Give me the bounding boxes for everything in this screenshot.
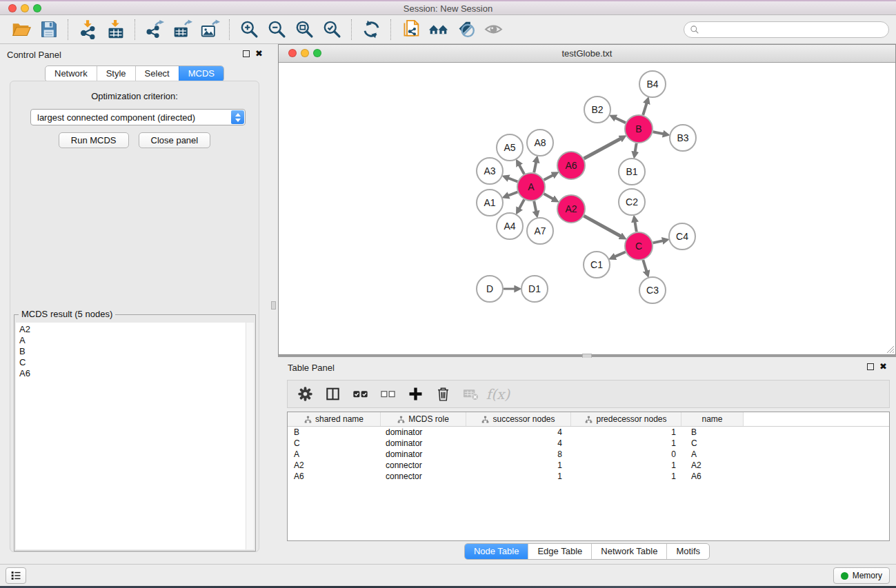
graph-node-B4[interactable]: B4: [639, 71, 666, 97]
hide-labels-button[interactable]: [452, 18, 479, 41]
float-panel-icon[interactable]: [243, 50, 250, 57]
graph-node-B3[interactable]: B3: [670, 125, 696, 151]
zoom-in-button[interactable]: [235, 18, 263, 41]
export-image-button[interactable]: [196, 18, 223, 41]
save-session-button[interactable]: [34, 18, 62, 41]
create-column-button[interactable]: [402, 383, 428, 405]
resize-grip-icon[interactable]: [885, 344, 895, 354]
tab-edge-table[interactable]: Edge Table: [528, 544, 591, 559]
close-table-panel-icon[interactable]: ✖: [879, 362, 887, 371]
column-header-name[interactable]: name: [681, 412, 744, 426]
graph-edge-A-A2[interactable]: [544, 194, 553, 199]
graph-node-B1[interactable]: B1: [619, 159, 645, 185]
zoom-out-button[interactable]: [263, 18, 290, 41]
open-session-button[interactable]: [7, 18, 34, 41]
import-table-from-file-button[interactable]: [101, 18, 129, 41]
graph-node-B[interactable]: B: [625, 115, 653, 143]
search-field[interactable]: [684, 21, 889, 38]
tab-node-table[interactable]: Node Table: [465, 544, 528, 559]
network-graph[interactable]: B4B2BB3A8A5A6A3B1AC2A1A2A4A7C4CC1C3DD1: [279, 63, 895, 354]
graph-node-A1[interactable]: A1: [477, 190, 503, 216]
mcds-result-item[interactable]: A2: [16, 324, 254, 335]
graph-edge-C-C1[interactable]: [615, 252, 626, 257]
tab-motifs[interactable]: Motifs: [666, 544, 709, 559]
graph-edge-B-B4[interactable]: [643, 103, 647, 115]
graph-edge-B-B3[interactable]: [653, 132, 664, 134]
zoom-selected-button[interactable]: [318, 18, 346, 41]
mcds-result-item[interactable]: A6: [16, 368, 254, 379]
column-header-MCDS-role[interactable]: MCDS role: [381, 412, 466, 426]
column-header-predecessor-nodes[interactable]: predecessor nodes: [571, 412, 681, 426]
select-all-columns-button[interactable]: [347, 383, 373, 405]
column-header-successor-nodes[interactable]: successor nodes: [466, 412, 571, 426]
graph-edge-C-C4[interactable]: [653, 241, 664, 243]
graph-node-A[interactable]: A: [517, 173, 545, 201]
column-settings-button[interactable]: [292, 383, 318, 405]
export-network-button[interactable]: [141, 18, 168, 41]
network-canvas[interactable]: B4B2BB3A8A5A6A3B1AC2A1A2A4A7C4CC1C3DD1: [279, 63, 895, 354]
graph-node-A8[interactable]: A8: [527, 130, 553, 156]
table-row[interactable]: Cdominator41C: [288, 438, 889, 449]
delete-columns-button[interactable]: [430, 383, 456, 405]
graph-edge-A-A6[interactable]: [544, 175, 554, 180]
tab-network[interactable]: Network: [46, 66, 97, 81]
table-row[interactable]: A6connector11A6: [288, 471, 889, 482]
graph-node-D1[interactable]: D1: [521, 276, 548, 302]
graph-edge-A-A3[interactable]: [508, 178, 517, 182]
optimization-criterion-select[interactable]: largest connected component (directed): [30, 109, 246, 125]
mcds-result-item[interactable]: B: [16, 346, 254, 357]
new-session-from-network-button[interactable]: [397, 18, 424, 41]
graph-node-C[interactable]: C: [625, 232, 653, 260]
graph-edge-A-A7[interactable]: [534, 201, 536, 212]
tab-mcds[interactable]: MCDS: [179, 66, 223, 81]
table-row[interactable]: A2connector11A2: [288, 460, 889, 471]
show-column-button[interactable]: [319, 383, 346, 405]
graph-edge-A6-B[interactable]: [584, 139, 621, 159]
graph-edge-B-B2[interactable]: [615, 118, 626, 123]
graph-node-A5[interactable]: A5: [497, 134, 523, 161]
graph-node-A7[interactable]: A7: [527, 218, 553, 244]
table-row[interactable]: Adominator80A: [288, 449, 889, 460]
graph-node-A2[interactable]: A2: [557, 195, 585, 223]
float-table-panel-icon[interactable]: [867, 363, 874, 370]
run-mcds-button[interactable]: Run MCDS: [59, 132, 129, 148]
tab-select[interactable]: Select: [135, 66, 179, 81]
graph-node-A6[interactable]: A6: [557, 152, 585, 179]
graph-edge-B-B1[interactable]: [635, 143, 637, 153]
result-list-scrollbar[interactable]: [246, 323, 254, 549]
column-header-shared-name[interactable]: shared name: [288, 412, 381, 426]
reset-session-button[interactable]: [424, 18, 452, 41]
tab-network-table[interactable]: Network Table: [591, 544, 666, 559]
unselect-all-columns-button[interactable]: [375, 383, 401, 405]
search-input[interactable]: [703, 22, 883, 37]
mcds-result-item[interactable]: C: [16, 357, 254, 368]
table-row[interactable]: Bdominator41B: [288, 427, 889, 438]
graph-edge-C-C3[interactable]: [643, 260, 646, 272]
graph-node-C4[interactable]: C4: [669, 223, 695, 250]
export-table-button[interactable]: [168, 18, 196, 41]
close-panel-icon[interactable]: ✖: [255, 49, 263, 58]
graph-node-A4[interactable]: A4: [497, 213, 523, 239]
show-graphics-details-button[interactable]: [479, 18, 507, 41]
graph-node-D[interactable]: D: [477, 276, 503, 302]
mcds-result-item[interactable]: A: [16, 335, 254, 346]
graph-edge-A-A1[interactable]: [508, 192, 517, 196]
graph-node-A3[interactable]: A3: [477, 158, 503, 184]
vertical-splitter-handle[interactable]: [271, 301, 276, 310]
close-panel-button[interactable]: Close panel: [139, 132, 211, 148]
tab-style[interactable]: Style: [97, 66, 135, 81]
graph-node-C3[interactable]: C3: [639, 277, 666, 303]
graph-edge-C-C2[interactable]: [635, 221, 637, 232]
refresh-view-button[interactable]: [357, 18, 385, 41]
memory-button[interactable]: Memory: [833, 567, 890, 584]
zoom-fit-button[interactable]: [290, 18, 318, 41]
graph-node-B2[interactable]: B2: [584, 97, 610, 123]
graph-node-C1[interactable]: C1: [584, 252, 610, 278]
graph-edge-A-A5[interactable]: [519, 165, 524, 174]
import-network-from-file-button[interactable]: [74, 18, 101, 41]
task-history-button[interactable]: [6, 567, 26, 584]
graph-node-C2[interactable]: C2: [619, 189, 645, 215]
graph-edge-A2-C[interactable]: [584, 216, 621, 236]
graph-edge-A-A4[interactable]: [519, 199, 524, 209]
graph-edge-A-A8[interactable]: [534, 161, 536, 172]
